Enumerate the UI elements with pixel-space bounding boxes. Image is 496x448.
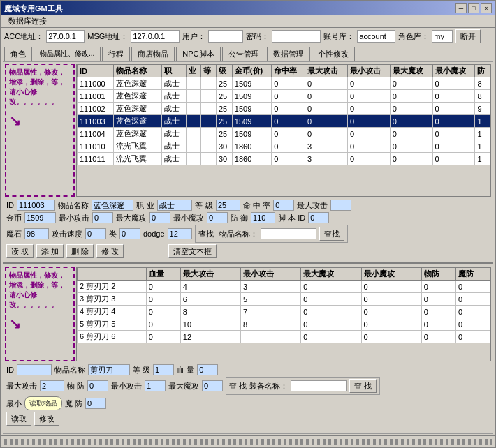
gold-input[interactable] xyxy=(24,212,56,223)
upper-table-row[interactable]: 111001蓝色深邃战士251509000008 xyxy=(78,90,490,103)
maxatk-input[interactable] xyxy=(330,200,351,211)
upper-table-cell: 0 xyxy=(390,128,432,140)
lower-table-row[interactable]: 4 剪刃刀 40870000 xyxy=(78,306,490,318)
tab-shop[interactable]: 商店物品 xyxy=(131,47,175,61)
col-maxmatk: 最大魔攻 xyxy=(390,65,432,77)
upper-table-cell xyxy=(201,128,216,140)
lower-search-input[interactable] xyxy=(291,380,347,391)
tab-role[interactable]: 角色 xyxy=(4,47,32,61)
lower-pdef-input[interactable] xyxy=(87,380,108,391)
lower-table-cell: 4 xyxy=(180,281,240,293)
lower-table-cell: 0 xyxy=(455,281,490,293)
lower-table-cell: 0 xyxy=(421,318,455,331)
modify-button[interactable]: 修 改 xyxy=(96,244,124,258)
pwd-label: 密码： xyxy=(246,31,269,42)
clear-button[interactable]: 清空文本框 xyxy=(168,244,217,258)
search-name-input[interactable] xyxy=(261,228,316,239)
id-input[interactable] xyxy=(17,200,55,211)
lower-table-cell: 5 剪刃刀 5 xyxy=(78,318,147,331)
upper-table-cell xyxy=(186,115,200,128)
upper-table-header: ID 物品名称 职 业 等 级 金币(价) 命中率 最大攻击 最小攻击 xyxy=(78,65,490,77)
role-input[interactable] xyxy=(432,30,453,43)
upper-table-cell: 111011 xyxy=(78,153,114,165)
close-button[interactable]: × xyxy=(481,3,492,13)
upper-table-cell xyxy=(156,77,162,90)
tab-item-attr[interactable]: 物品属性、修改... xyxy=(34,47,101,61)
acc-label: ACC地址： xyxy=(4,31,43,42)
lower-table-cell: 5 xyxy=(241,293,301,306)
name-input[interactable] xyxy=(92,200,133,211)
lower-table-row[interactable]: 6 剪刃刀 60120000 xyxy=(78,331,490,343)
upper-table-scroll[interactable]: ID 物品名称 职 业 等 级 金币(价) 命中率 最大攻击 最小攻击 xyxy=(77,64,490,196)
upper-table-cell: 111001 xyxy=(78,90,114,103)
annotation-upper-text: 物品属性，修改，增添，删除，等，请小心修改。。。。。。 xyxy=(9,68,65,105)
upper-table-cell xyxy=(186,103,200,115)
lower-table-cell: 10 xyxy=(180,318,240,331)
upper-table-cell: 8 xyxy=(475,90,490,103)
maximize-button[interactable]: □ xyxy=(468,3,479,13)
upper-table-cell xyxy=(156,128,162,140)
lower-read-button[interactable]: 读取 xyxy=(6,412,31,426)
tab-personal[interactable]: 个性修改 xyxy=(312,47,355,61)
upper-table-cell: 30 xyxy=(216,153,232,165)
upper-table-row[interactable]: 111011流光飞翼战士301860030001 xyxy=(78,153,490,165)
disconnect-button[interactable]: 断开 xyxy=(455,29,481,43)
add-button[interactable]: 添 加 xyxy=(36,244,64,258)
lower-mdef-input[interactable] xyxy=(85,398,106,409)
tab-npc[interactable]: NPC脚本 xyxy=(176,47,220,61)
upper-table-row[interactable]: 111010流光飞翼战士301860030001 xyxy=(78,140,490,153)
lower-table-scroll[interactable]: 血量 最大攻击 最小攻击 最大魔攻 最小魔攻 物防 魔防 2 剪刃刀 20430… xyxy=(77,267,490,361)
lower-lv-input[interactable] xyxy=(153,364,174,375)
tab-journey[interactable]: 行程 xyxy=(102,47,130,61)
tooltip-read-item: 读取物品 xyxy=(24,396,62,410)
lower-table-row[interactable]: 5 剪刃刀 501080000 xyxy=(78,318,490,331)
lower-table-row[interactable]: 3 剪刃刀 30650000 xyxy=(78,293,490,306)
tab-data-mgmt[interactable]: 数据管理 xyxy=(267,47,310,61)
upper-table-row[interactable]: 111003蓝色深邃战士251509000001 xyxy=(78,115,490,128)
job-input[interactable] xyxy=(157,200,192,211)
hit-input[interactable] xyxy=(273,200,294,211)
upper-table-cell xyxy=(201,77,216,90)
type-input[interactable] xyxy=(119,228,140,239)
col-minatk: 最小攻击 xyxy=(347,65,390,77)
magic-input[interactable] xyxy=(24,228,49,239)
speed-input[interactable] xyxy=(85,228,106,239)
lower-maxmatk-input[interactable] xyxy=(202,380,223,391)
upper-table-row[interactable]: 111002蓝色深邃战士251509000009 xyxy=(78,103,490,115)
lower-modify-button[interactable]: 修改 xyxy=(34,412,59,426)
lower-id-input[interactable] xyxy=(17,364,52,375)
upper-table-cell xyxy=(156,153,162,165)
read-button[interactable]: 读 取 xyxy=(6,244,34,258)
upper-table-row[interactable]: 111000蓝色深邃战士251509000008 xyxy=(78,77,490,90)
menu-item-db[interactable]: 数据库连接 xyxy=(4,15,51,27)
lower-upper: 物品属性，修改，增添，删除，等，请小心修改。。。。。。 ↘ 血量 最大攻击 最小… xyxy=(3,265,493,363)
minatk-input[interactable] xyxy=(92,212,113,223)
lower-minatk-input[interactable] xyxy=(145,380,166,391)
lv-input[interactable] xyxy=(216,200,240,211)
upper-table-cell: 0 xyxy=(432,103,475,115)
lower-search-button[interactable]: 查 找 xyxy=(349,379,377,393)
search-name-button[interactable]: 查找 xyxy=(319,227,344,241)
dodge-input[interactable] xyxy=(168,228,192,239)
lower-maxatk-input[interactable] xyxy=(40,380,64,391)
lower-pdef-label: 物 防 xyxy=(67,381,85,391)
maxmatk-input[interactable] xyxy=(149,212,170,223)
upper-table-cell: 0 xyxy=(347,90,390,103)
pwd-input[interactable] xyxy=(272,30,321,43)
msg-input[interactable] xyxy=(131,30,180,43)
tab-announce[interactable]: 公告管理 xyxy=(222,47,265,61)
lower-hp-input[interactable] xyxy=(197,364,218,375)
def-input[interactable] xyxy=(251,212,275,223)
minimize-button[interactable]: ─ xyxy=(455,3,467,13)
footid-input[interactable] xyxy=(308,212,329,223)
minmatk-input[interactable] xyxy=(207,212,228,223)
db-input[interactable] xyxy=(357,30,395,43)
lower-name-input[interactable] xyxy=(88,364,130,375)
user-input[interactable] xyxy=(208,30,243,43)
upper-table-row[interactable]: 111004蓝色深邃战士251509000001 xyxy=(78,128,490,140)
lower-table-row[interactable]: 2 剪刃刀 20430000 xyxy=(78,281,490,293)
upper-table-cell: 0 xyxy=(432,77,475,90)
delete-button[interactable]: 删 除 xyxy=(66,244,94,258)
upper-table-cell: 3 xyxy=(305,140,348,153)
acc-input[interactable] xyxy=(46,30,85,43)
